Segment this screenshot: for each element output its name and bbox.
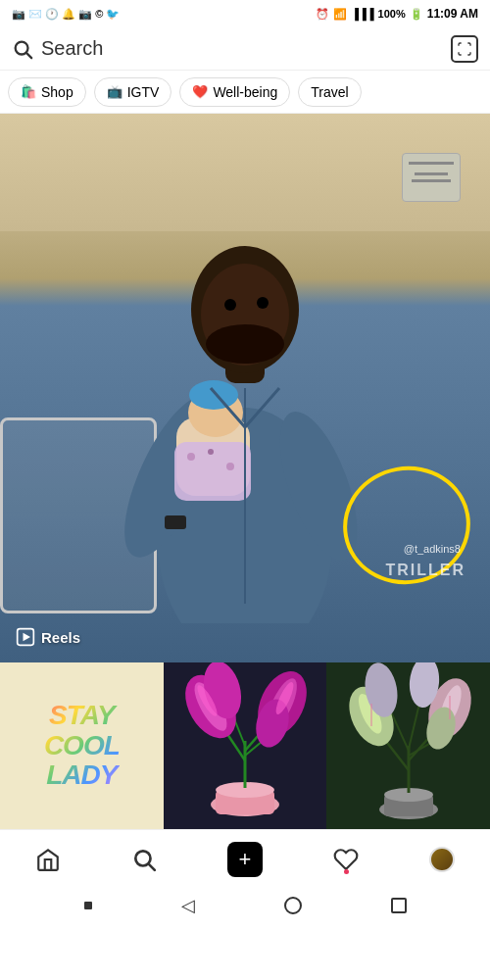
category-tabs: 🛍️ Shop 📺 IGTV ❤️ Well-being Travel — [0, 71, 490, 114]
plant-pink-svg — [167, 662, 323, 829]
sys-recent-btn[interactable] — [391, 898, 407, 913]
battery-icon: 🔋 — [410, 8, 423, 21]
shop-icon: 🛍️ — [21, 84, 36, 99]
search-nav-icon — [131, 847, 157, 872]
stay-cool-text: STAYCOOLLADY — [44, 701, 120, 791]
nav-profile[interactable] — [429, 847, 455, 872]
medical-equipment — [402, 153, 461, 202]
add-icon: + — [239, 849, 252, 870]
tab-wellbeing-label: Well-being — [213, 84, 277, 100]
system-nav-bar: ◁ — [0, 888, 490, 923]
signal-icon: ▐▐▐ — [351, 8, 373, 20]
grid-item-plant-light[interactable] — [326, 662, 490, 829]
person-figure — [98, 163, 392, 623]
status-right: ⏰ 📶 ▐▐▐ 100% 🔋 11:09 AM — [316, 7, 478, 21]
svg-point-16 — [187, 453, 195, 461]
add-button[interactable]: + — [227, 842, 263, 877]
reels-icon — [16, 627, 35, 647]
svg-point-17 — [208, 449, 214, 455]
svg-point-18 — [226, 463, 234, 470]
svg-point-10 — [257, 297, 269, 309]
heart-icon — [333, 847, 359, 872]
home-icon — [35, 847, 61, 872]
tab-igtv[interactable]: 📺 IGTV — [94, 77, 172, 107]
svg-marker-22 — [24, 633, 31, 641]
nav-search[interactable] — [131, 847, 157, 872]
alarm-icon: ⏰ — [316, 8, 329, 21]
triller-watermark: TRILLER — [385, 562, 466, 579]
tab-travel[interactable]: Travel — [298, 77, 361, 107]
nav-home[interactable] — [35, 847, 61, 872]
svg-rect-19 — [165, 515, 186, 529]
sys-home-btn[interactable] — [284, 897, 302, 914]
svg-line-58 — [149, 863, 155, 869]
wifi-icon: 📶 — [333, 8, 347, 21]
sys-square-btn — [84, 902, 92, 909]
time-display: 11:09 AM — [427, 7, 478, 21]
reels-label: Reels — [16, 627, 80, 647]
svg-point-11 — [206, 324, 284, 364]
bottom-nav: + — [0, 829, 490, 888]
svg-line-1 — [26, 53, 31, 58]
nav-add[interactable]: + — [227, 842, 263, 877]
nav-activity[interactable] — [333, 847, 359, 872]
tab-shop[interactable]: 🛍️ Shop — [8, 77, 86, 107]
avatar — [429, 847, 455, 872]
grid-item-plant-pink[interactable] — [164, 662, 327, 829]
plant-light-svg — [330, 662, 487, 829]
tab-shop-label: Shop — [41, 84, 74, 100]
wellbeing-icon: ❤️ — [192, 84, 208, 99]
sys-back-btn[interactable]: ◁ — [181, 895, 195, 916]
battery-text: 100% — [378, 8, 406, 20]
activity-dot — [344, 869, 349, 874]
tab-wellbeing[interactable]: ❤️ Well-being — [179, 77, 290, 107]
main-video-area[interactable]: @t_adkins8 TRILLER Reels — [0, 114, 490, 662]
status-left: 📷 ✉️ 🕐 🔔 📷 ©️ 🐦 — [12, 8, 120, 21]
grid-section: STAYCOOLLADY — [0, 662, 490, 829]
igtv-icon: 📺 — [107, 84, 122, 99]
username-overlay: @t_adkins8 — [404, 543, 461, 555]
reels-text: Reels — [41, 629, 80, 646]
scan-icon[interactable] — [451, 35, 478, 63]
svg-point-14 — [189, 380, 238, 410]
svg-point-9 — [224, 299, 236, 311]
search-bar: Search — [0, 27, 490, 71]
status-icons: 📷 ✉️ 🕐 🔔 📷 ©️ 🐦 — [12, 8, 120, 21]
grid-item-stay-cool[interactable]: STAYCOOLLADY — [0, 662, 164, 829]
tab-igtv-label: IGTV — [127, 84, 160, 100]
search-icon — [12, 38, 33, 60]
tab-travel-label: Travel — [311, 84, 348, 100]
status-bar: 📷 ✉️ 🕐 🔔 📷 ©️ 🐦 ⏰ 📶 ▐▐▐ 100% 🔋 11:09 AM — [0, 0, 490, 27]
search-label[interactable]: Search — [41, 37, 443, 60]
